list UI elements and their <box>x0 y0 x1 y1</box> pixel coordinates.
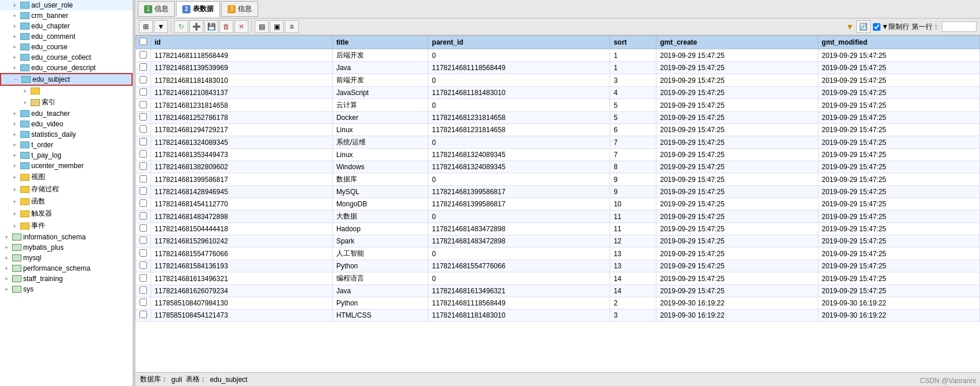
row-checkbox[interactable] <box>140 88 147 96</box>
table-row[interactable]: 1178214681231814658云计算052019-09-29 15:47… <box>136 99 980 112</box>
row-checkbox[interactable] <box>140 175 147 183</box>
table-row[interactable]: 1178214681529610242Spark1178214681483472… <box>136 235 980 247</box>
table-row[interactable]: 1178214681118568449后端开发012019-09-29 15:4… <box>136 49 980 62</box>
toolbar-btn-cancel[interactable]: ✕ <box>234 20 248 33</box>
sidebar-item-index[interactable]: ＋ 索引 <box>0 96 133 108</box>
sidebar-item-staff-training[interactable]: ＋ staff_training <box>0 274 133 284</box>
row-checkbox[interactable] <box>140 125 147 133</box>
toolbar-btn-grid[interactable]: ⊞ <box>139 20 153 33</box>
sidebar-item-performance-schema[interactable]: ＋ performance_schema <box>0 263 133 274</box>
limit-check-label[interactable]: ▼限制行 <box>873 22 909 32</box>
toolbar-btn-form-view[interactable]: ▣ <box>270 20 284 33</box>
row-checkbox[interactable] <box>140 113 147 121</box>
table-row[interactable]: 1178585108407984130Python117821468111856… <box>136 297 980 309</box>
row-checkbox[interactable] <box>140 199 147 207</box>
table-row[interactable]: 1178214681554776066人工智能0132019-09-29 15:… <box>136 247 980 260</box>
table-row[interactable]: 1178214681428946945MySQL1178214681399586… <box>136 186 980 198</box>
row-checkbox[interactable] <box>140 286 147 294</box>
sidebar-item-edu-video[interactable]: ＋ edu_video <box>0 119 133 129</box>
toolbar-btn-delete[interactable]: 🗑 <box>219 20 233 33</box>
table-row[interactable]: 1178214681210843137JavaScript11782146811… <box>136 87 980 99</box>
table-row[interactable]: 1178214681353449473Linux1178214681324089… <box>136 149 980 161</box>
sidebar-item-crm-banner[interactable]: ＋ crm_banner <box>0 10 133 21</box>
main-content: 1 信息 2 表数据 3 信息 ⊞ ▼ ↻ ➕ 💾 🗑 ✕ ▤ ▣ ≡ ▼ 🔃 <box>135 0 980 386</box>
col-header-gmt-modified[interactable]: gmt_modified <box>818 36 979 49</box>
sidebar-item-columns[interactable]: ＋ <box>0 86 133 96</box>
table-row[interactable]: 1178214681252786178Docker117821468123181… <box>136 112 980 124</box>
sidebar-item-edu-subject[interactable]: － edu_subject <box>0 73 133 86</box>
limit-checkbox[interactable] <box>873 23 880 31</box>
row-checkbox[interactable] <box>140 236 147 244</box>
row-checkbox[interactable] <box>140 212 147 220</box>
table-row[interactable]: 1178214681626079234Java11782146816134963… <box>136 285 980 297</box>
toolbar-btn-add[interactable]: ➕ <box>189 20 203 33</box>
tab-info-1[interactable]: 1 信息 <box>138 1 175 17</box>
select-all-checkbox[interactable] <box>140 38 147 45</box>
sidebar-item-edu-chapter[interactable]: ＋ edu_chapter <box>0 21 133 31</box>
row-checkbox[interactable] <box>140 76 147 83</box>
sidebar-item-procedures[interactable]: ＋ 存储过程 <box>0 183 133 195</box>
row-checkbox[interactable] <box>140 261 147 269</box>
toolbar-btn-refresh[interactable]: ↻ <box>174 20 188 33</box>
sidebar-item-views[interactable]: ＋ 视图 <box>0 171 133 183</box>
row-checkbox[interactable] <box>140 224 147 232</box>
sidebar-item-statistics-daily[interactable]: ＋ statistics_daily <box>0 129 133 140</box>
sidebar-item-functions[interactable]: ＋ 函数 <box>0 195 133 207</box>
col-header-parent-id[interactable]: parent_id <box>428 36 610 49</box>
sidebar-item-sys[interactable]: ＋ sys <box>0 284 133 294</box>
tab-info-3[interactable]: 3 信息 <box>221 1 258 17</box>
col-header-gmt-create[interactable]: gmt_create <box>656 36 818 49</box>
sidebar-item-edu-course-collect[interactable]: ＋ edu_course_collect <box>0 52 133 63</box>
sidebar-item-edu-teacher[interactable]: ＋ edu_teacher <box>0 108 133 119</box>
row-checkbox[interactable] <box>140 138 147 145</box>
sidebar-item-edu-course[interactable]: ＋ edu_course <box>0 42 133 52</box>
table-row[interactable]: 1178214681613496321编程语言0142019-09-29 15:… <box>136 272 980 285</box>
row-checkbox[interactable] <box>140 311 147 318</box>
row-checkbox[interactable] <box>140 187 147 195</box>
table-row[interactable]: 1178214681584136193Python117821468155477… <box>136 260 980 272</box>
table-row[interactable]: 1178214681399586817数据库092019-09-29 15:47… <box>136 173 980 186</box>
table-row[interactable]: 1178214681181483010前端开发032019-09-29 15:4… <box>136 74 980 87</box>
toolbar-btn-save[interactable]: 💾 <box>204 20 218 33</box>
table-row[interactable]: 1178214681454112770MongoDB11782146813995… <box>136 198 980 210</box>
row-checkbox[interactable] <box>140 249 147 257</box>
row-checkbox[interactable] <box>140 274 147 282</box>
first-row-input[interactable] <box>942 21 977 32</box>
table-row[interactable]: 1178214681324089345系统/运维072019-09-29 15:… <box>136 136 980 149</box>
sidebar-item-information-schema[interactable]: ＋ information_schema <box>0 232 133 242</box>
row-checkbox[interactable] <box>140 101 147 108</box>
row-checkbox[interactable] <box>140 162 147 170</box>
table-row[interactable]: 1178585108454121473HTML/CSS1178214681181… <box>136 309 980 322</box>
row-checkbox[interactable] <box>140 150 147 158</box>
db-icon <box>12 275 21 282</box>
toolbar-btn-table-view[interactable]: ▤ <box>255 20 269 33</box>
row-checkbox[interactable] <box>140 63 147 71</box>
row-checkbox[interactable] <box>140 298 147 306</box>
sidebar-item-t-pay-log[interactable]: ＋ t_pay_log <box>0 150 133 161</box>
toolbar-btn-dropdown[interactable]: ▼ <box>154 20 168 33</box>
sidebar-item-events[interactable]: ＋ 事件 <box>0 220 133 232</box>
table-row[interactable]: 1178214681294729217Linux1178214681231814… <box>136 124 980 136</box>
col-header-sort[interactable]: sort <box>610 36 656 49</box>
col-header-id[interactable]: id <box>151 36 333 49</box>
cell-title: Spark <box>332 235 428 247</box>
sidebar-item-edu-comment[interactable]: ＋ edu_comment <box>0 31 133 42</box>
toolbar-btn-text-view[interactable]: ≡ <box>285 20 299 33</box>
row-checkbox[interactable] <box>140 51 147 59</box>
sidebar-item-triggers[interactable]: ＋ 触发器 <box>0 207 133 220</box>
expand-icon: ＋ <box>10 12 19 20</box>
table-row[interactable]: 1178214681504444418Hadoop117821468148347… <box>136 223 980 235</box>
filter-button[interactable]: 🔃 <box>856 20 871 33</box>
sidebar-item-edu-course-descript[interactable]: ＋ edu_course_descript <box>0 63 133 73</box>
tab-table-data[interactable]: 2 表数据 <box>176 1 220 17</box>
table-row[interactable]: 1178214681483472898大数据0112019-09-29 15:4… <box>136 210 980 223</box>
table-row[interactable]: 1178214681139539969Java11782146811185684… <box>136 62 980 74</box>
sidebar-item-mysql[interactable]: ＋ mysql <box>0 253 133 263</box>
sidebar-item-t-order[interactable]: ＋ t_order <box>0 140 133 150</box>
col-header-title[interactable]: title <box>332 36 428 49</box>
table-row[interactable]: 1178214681382809602Windows11782146813240… <box>136 161 980 173</box>
sidebar-item-mybatis-plus[interactable]: ＋ mybatis_plus <box>0 242 133 253</box>
col-header-checkbox[interactable] <box>136 36 151 49</box>
sidebar-item-ucenter-member[interactable]: ＋ ucenter_member <box>0 161 133 171</box>
sidebar-item-acl-user-role[interactable]: ＋ acl_user_role <box>0 0 133 10</box>
